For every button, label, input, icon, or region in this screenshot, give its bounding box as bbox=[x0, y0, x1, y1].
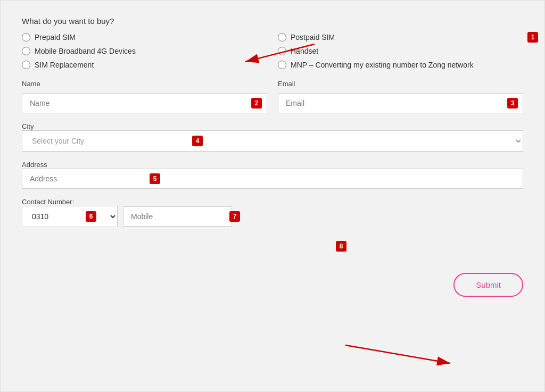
contact-section: Contact Number: 0310 0311 0312 0313 0314… bbox=[22, 197, 523, 227]
email-field-group: Email 3 bbox=[278, 80, 523, 113]
radio-prepaid-sim[interactable] bbox=[22, 33, 30, 41]
badge-6: 6 bbox=[86, 211, 96, 222]
address-input[interactable] bbox=[22, 169, 523, 189]
submit-button[interactable]: Submit bbox=[453, 273, 523, 297]
badge-4: 4 bbox=[192, 136, 203, 146]
contact-row: 0310 0311 0312 0313 0314 0315 0316 0317 … bbox=[22, 206, 523, 227]
option-handset[interactable]: Handset bbox=[278, 47, 523, 55]
option-handset-label: Handset bbox=[291, 47, 318, 55]
name-email-row: Name 2 Email 3 bbox=[22, 80, 523, 113]
badge-1: 1 bbox=[527, 32, 538, 43]
option-mobile-broadband-label: Mobile Broadband 4G Devices bbox=[35, 47, 136, 55]
email-input[interactable] bbox=[278, 93, 523, 113]
city-section: City Select your City Karachi Lahore Isl… bbox=[22, 122, 523, 152]
radio-mnp[interactable] bbox=[278, 61, 286, 69]
email-label: Email bbox=[278, 80, 523, 88]
prefix-select[interactable]: 0310 0311 0312 0313 0314 0315 0316 0317 … bbox=[22, 206, 118, 227]
badge-3: 3 bbox=[507, 98, 518, 109]
option-mobile-broadband[interactable]: Mobile Broadband 4G Devices bbox=[22, 47, 267, 55]
option-sim-replacement-label: SIM Replacement bbox=[35, 61, 94, 69]
address-input-wrapper: 5 bbox=[22, 169, 523, 189]
radio-mobile-broadband[interactable] bbox=[22, 47, 30, 55]
address-label: Address bbox=[22, 161, 47, 169]
badge-2: 2 bbox=[251, 98, 262, 109]
address-section: Address 5 bbox=[22, 160, 523, 189]
purchase-options: Prepaid SIM Postpaid SIM 1 Mobile Broadb… bbox=[22, 33, 523, 69]
name-field-group: Name 2 bbox=[22, 80, 267, 113]
option-postpaid-sim-label: Postpaid SIM bbox=[291, 33, 335, 41]
prefix-wrapper: 0310 0311 0312 0313 0314 0315 0316 0317 … bbox=[22, 206, 118, 227]
form-question: What do you want to buy? bbox=[22, 16, 523, 26]
email-input-wrapper: 3 bbox=[278, 93, 523, 113]
annotation-area-8: 8 bbox=[22, 236, 523, 257]
option-mnp[interactable]: MNP – Converting my existing number to Z… bbox=[278, 61, 523, 69]
city-select-wrapper: Select your City Karachi Lahore Islamaba… bbox=[22, 130, 523, 152]
option-prepaid-sim-label: Prepaid SIM bbox=[35, 33, 76, 41]
contact-label: Contact Number: bbox=[22, 198, 74, 206]
option-postpaid-sim[interactable]: Postpaid SIM 1 bbox=[278, 33, 523, 41]
submit-row: Submit bbox=[22, 273, 523, 297]
option-prepaid-sim[interactable]: Prepaid SIM bbox=[22, 33, 267, 41]
name-label: Name bbox=[22, 80, 267, 88]
form-container: What do you want to buy? Prepaid SIM Pos… bbox=[0, 0, 545, 392]
option-sim-replacement[interactable]: SIM Replacement bbox=[22, 61, 267, 69]
mobile-input[interactable] bbox=[123, 206, 232, 227]
badge-7: 7 bbox=[229, 211, 240, 222]
name-input-wrapper: 2 bbox=[22, 93, 267, 113]
city-select[interactable]: Select your City Karachi Lahore Islamaba… bbox=[22, 130, 523, 152]
badge-5: 5 bbox=[150, 173, 160, 184]
radio-sim-replacement[interactable] bbox=[22, 61, 30, 69]
mobile-input-wrapper: 7 bbox=[123, 206, 523, 227]
name-input[interactable] bbox=[22, 93, 267, 113]
option-mnp-label: MNP – Converting my existing number to Z… bbox=[291, 61, 474, 69]
radio-handset[interactable] bbox=[278, 47, 286, 55]
radio-postpaid-sim[interactable] bbox=[278, 33, 286, 41]
city-label: City bbox=[22, 122, 34, 130]
svg-line-2 bbox=[345, 345, 450, 363]
badge-8: 8 bbox=[336, 241, 346, 252]
